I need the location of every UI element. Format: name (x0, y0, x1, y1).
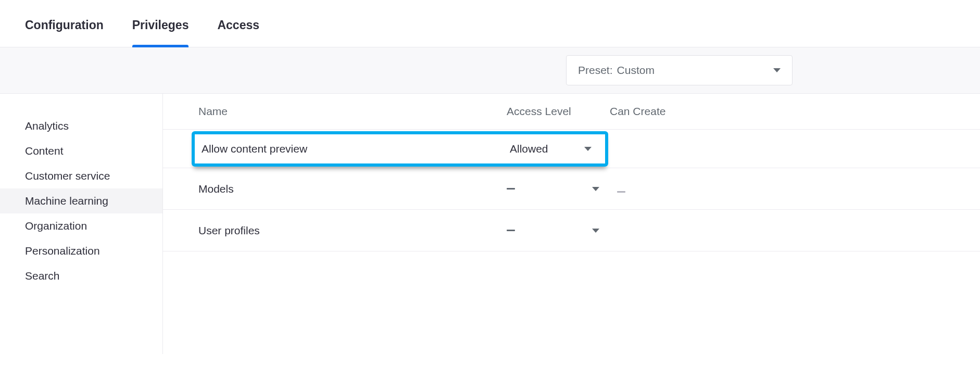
preset-value: Custom (617, 64, 655, 77)
dash-icon (617, 191, 625, 193)
table-row: User profiles (163, 210, 980, 251)
preset-label: Preset: (578, 64, 613, 77)
privileges-table: Name Access Level Can Create Allow conte… (163, 94, 980, 354)
chevron-down-icon (773, 68, 781, 72)
row-name: Models (163, 183, 507, 195)
preset-bar: Preset: Custom (0, 47, 980, 94)
top-tabs: Configuration Privileges Access (0, 0, 980, 47)
access-level-select[interactable] (507, 187, 610, 191)
chevron-down-icon (592, 229, 599, 233)
dash-icon (507, 230, 515, 231)
sidebar-item-content[interactable]: Content (0, 138, 162, 163)
highlighted-row: Allow content preview Allowed (192, 131, 608, 167)
chevron-down-icon (584, 147, 592, 151)
access-level-select[interactable] (507, 229, 610, 233)
column-access-level: Access Level (507, 105, 610, 118)
column-can-create: Can Create (610, 105, 980, 118)
sidebar-item-personalization[interactable]: Personalization (0, 238, 162, 263)
tab-access[interactable]: Access (217, 18, 259, 47)
tab-configuration[interactable]: Configuration (25, 18, 104, 47)
sidebar-item-search[interactable]: Search (0, 263, 162, 288)
access-level-value: Allowed (510, 143, 548, 155)
sidebar-item-customer-service[interactable]: Customer service (0, 163, 162, 188)
can-create-value (610, 183, 625, 195)
sidebar: Analytics Content Customer service Machi… (0, 94, 163, 354)
table-header: Name Access Level Can Create (163, 94, 980, 130)
table-row: Allow content preview Allowed (163, 130, 980, 168)
main-area: Analytics Content Customer service Machi… (0, 94, 980, 354)
access-level-select[interactable]: Allowed (510, 143, 599, 155)
row-name: User profiles (163, 224, 507, 237)
dash-icon (507, 188, 515, 190)
chevron-down-icon (592, 187, 599, 191)
sidebar-item-analytics[interactable]: Analytics (0, 114, 162, 138)
column-name: Name (163, 105, 507, 118)
tab-privileges[interactable]: Privileges (132, 18, 189, 47)
preset-select[interactable]: Preset: Custom (566, 55, 793, 85)
row-name: Allow content preview (195, 143, 510, 155)
sidebar-item-organization[interactable]: Organization (0, 213, 162, 238)
sidebar-item-machine-learning[interactable]: Machine learning (0, 188, 162, 213)
table-row: Models (163, 168, 980, 210)
